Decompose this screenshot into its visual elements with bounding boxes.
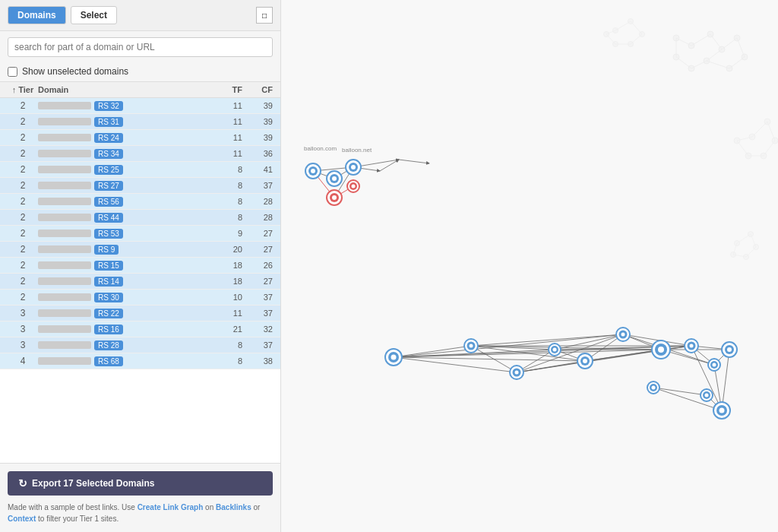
tier-cell: 4 <box>8 356 38 366</box>
domain-cell: RS 15 <box>38 261 204 271</box>
table-row[interactable]: 2 RS 44 8 28 <box>0 210 280 226</box>
rs-badge: RS 68 <box>94 356 123 366</box>
table-row[interactable]: 3 RS 28 8 37 <box>0 337 280 353</box>
rs-badge: RS 16 <box>94 325 123 334</box>
cf-cell: 27 <box>242 229 273 238</box>
select-tab[interactable]: Select <box>71 6 117 24</box>
domain-name <box>38 102 91 109</box>
backlinks-link[interactable]: Backlinks <box>216 503 251 511</box>
rs-badge: RS 27 <box>94 181 123 191</box>
svg-line-31 <box>737 141 748 156</box>
domain-name <box>38 134 91 141</box>
svg-point-118 <box>391 355 397 360</box>
create-link-graph-link[interactable]: Create Link Graph <box>138 503 204 511</box>
rs-badge: RS 14 <box>94 277 123 287</box>
rs-badge: RS 28 <box>94 340 123 350</box>
cf-cell: 37 <box>242 293 273 302</box>
tf-cell: 18 <box>204 261 242 270</box>
context-link[interactable]: Context <box>8 515 36 523</box>
cf-cell: 32 <box>242 325 273 334</box>
domain-name <box>38 166 91 173</box>
footer-text-3: or <box>251 503 261 511</box>
domain-cell: RS 32 <box>38 101 204 111</box>
tf-cell: 8 <box>204 213 242 222</box>
col-cf-header: CF <box>242 85 273 94</box>
tier-cell: 2 <box>8 148 38 159</box>
tier-cell: 2 <box>8 228 38 239</box>
collapse-button[interactable]: □ <box>256 7 273 24</box>
tier-cell: 3 <box>8 324 38 334</box>
domain-cell: RS 53 <box>38 229 204 239</box>
search-area <box>0 31 280 63</box>
svg-point-132 <box>690 344 694 348</box>
tier-cell: 3 <box>8 340 38 350</box>
svg-line-10 <box>691 34 710 46</box>
show-unselected-checkbox[interactable] <box>8 67 17 77</box>
tier-cell: 2 <box>8 260 38 271</box>
tier-cell: 2 <box>8 116 38 127</box>
domain-name <box>38 261 91 269</box>
svg-line-18 <box>737 38 745 57</box>
table-row[interactable]: 2 RS 27 8 37 <box>0 178 280 194</box>
tier-cell: 2 <box>8 244 38 255</box>
cf-cell: 39 <box>242 117 273 126</box>
svg-point-122 <box>515 371 519 375</box>
search-input[interactable] <box>8 37 273 57</box>
tf-cell: 10 <box>204 293 242 302</box>
domain-cell: RS 16 <box>38 325 204 334</box>
domain-name <box>38 182 91 189</box>
domain-name <box>38 214 91 221</box>
table-row[interactable]: 3 RS 22 11 37 <box>0 306 280 321</box>
table-row[interactable]: 2 RS 24 11 39 <box>0 130 280 146</box>
svg-line-80 <box>394 357 585 361</box>
domain-name <box>38 341 91 349</box>
col-tf-header: TF <box>204 85 242 94</box>
tier-cell: 3 <box>8 308 38 318</box>
table-row[interactable]: 3 RS 16 21 32 <box>0 321 280 337</box>
svg-line-12 <box>707 49 722 61</box>
cf-cell: 39 <box>242 101 273 110</box>
table-row[interactable]: 2 RS 31 11 39 <box>0 114 280 130</box>
col-domain-header: Domain <box>38 85 204 94</box>
domain-cell: RS 9 <box>38 245 204 255</box>
domain-cell: RS 27 <box>38 181 204 191</box>
tier-cell: 2 <box>8 180 38 191</box>
rs-badge: RS 31 <box>94 117 123 127</box>
rs-badge: RS 24 <box>94 133 123 143</box>
table-row[interactable]: 2 RS 30 10 37 <box>0 290 280 306</box>
domain-name <box>38 277 91 285</box>
tf-cell: 8 <box>204 340 242 350</box>
table-row[interactable]: 2 RS 25 8 41 <box>0 162 280 178</box>
table-row[interactable]: 2 RS 15 18 26 <box>0 258 280 274</box>
domain-cell: RS 24 <box>38 133 204 143</box>
footer-text-2: on <box>203 503 216 511</box>
main-graph-area: balloon.com balloon.net <box>281 0 778 532</box>
svg-point-138 <box>719 408 725 413</box>
domain-name <box>38 198 91 205</box>
table-body: 2 RS 32 11 39 2 RS 31 11 39 2 RS 24 11 3… <box>0 98 280 463</box>
domain-cell: RS 56 <box>38 197 204 207</box>
tf-cell: 8 <box>204 181 242 190</box>
table-row[interactable]: 2 RS 53 9 27 <box>0 226 280 242</box>
table-row[interactable]: 2 RS 14 18 27 <box>0 274 280 290</box>
svg-line-115 <box>653 388 707 395</box>
table-row[interactable]: 2 RS 32 11 39 <box>0 98 280 114</box>
table-row[interactable]: 4 RS 68 8 38 <box>0 353 280 369</box>
domain-cell: RS 28 <box>38 340 204 350</box>
domain-cell: RS 31 <box>38 117 204 127</box>
tf-cell: 11 <box>204 117 242 126</box>
tier-cell: 2 <box>8 132 38 143</box>
tier-cell: 2 <box>8 164 38 175</box>
svg-line-14 <box>676 57 691 68</box>
tier-cell: 2 <box>8 100 38 111</box>
rs-badge: RS 22 <box>94 309 123 318</box>
table-row[interactable]: 2 RS 9 20 27 <box>0 242 280 258</box>
table-row[interactable]: 2 RS 34 11 36 <box>0 146 280 162</box>
export-button[interactable]: ↻ Export 17 Selected Domains <box>8 471 273 496</box>
rs-badge: RS 25 <box>94 165 123 175</box>
domain-cell: RS 22 <box>38 309 204 318</box>
domains-tab[interactable]: Domains <box>8 6 66 24</box>
table-row[interactable]: 2 RS 56 8 28 <box>0 194 280 210</box>
rs-badge: RS 32 <box>94 101 123 111</box>
tf-cell: 11 <box>204 101 242 110</box>
